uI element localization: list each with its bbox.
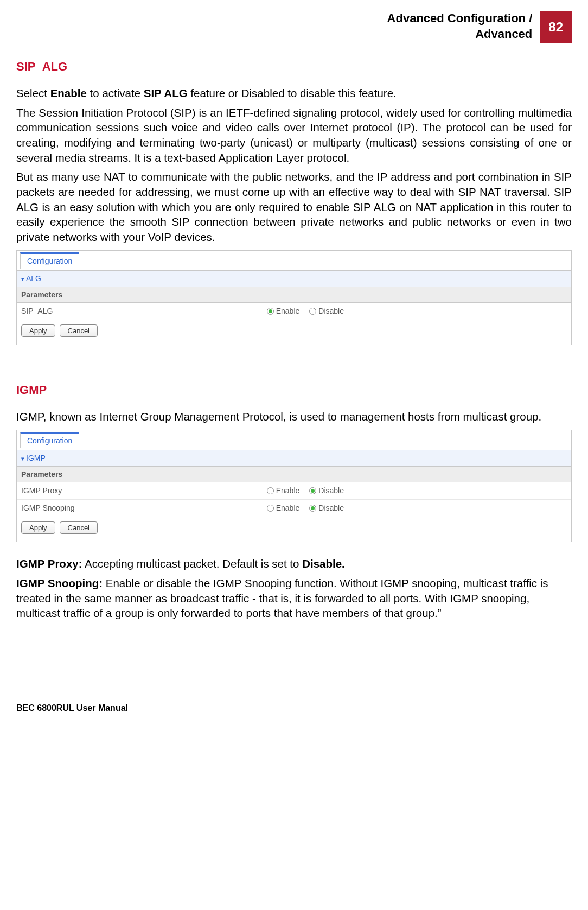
breadcrumb-line1: Advanced Configuration / bbox=[387, 11, 533, 25]
text: feature or Disabled to disable this feat… bbox=[188, 87, 397, 99]
apply-button[interactable]: Apply bbox=[21, 324, 55, 337]
text-bold: Enable bbox=[50, 87, 87, 99]
radio-label: Enable bbox=[276, 306, 300, 316]
param-label: SIP_ALG bbox=[21, 306, 267, 316]
param-options: Enable Disable bbox=[267, 306, 344, 316]
sip-alg-config-panel: Configuration ALG Parameters SIP_ALG Ena… bbox=[16, 250, 572, 346]
radio-icon bbox=[267, 487, 274, 494]
panel-section-igmp[interactable]: IGMP bbox=[17, 450, 571, 467]
parameters-header: Parameters bbox=[17, 467, 571, 483]
param-options: Enable Disable bbox=[267, 503, 344, 513]
text-bold: Disable. bbox=[302, 557, 345, 570]
radio-enable[interactable]: Enable bbox=[267, 486, 300, 496]
tab-row: Configuration bbox=[17, 430, 571, 450]
igmp-para1: IGMP, known as Internet Group Management… bbox=[16, 409, 572, 424]
breadcrumb-line2: Advanced bbox=[475, 27, 532, 41]
footer-manual-title: BEC 6800RUL User Manual bbox=[16, 702, 572, 714]
param-row-igmp-snooping: IGMP Snooping Enable Disable bbox=[17, 500, 571, 517]
param-label: IGMP Proxy bbox=[21, 486, 267, 496]
button-row: Apply Cancel bbox=[17, 517, 571, 542]
tab-configuration[interactable]: Configuration bbox=[20, 252, 79, 269]
tab-row: Configuration bbox=[17, 251, 571, 271]
sip-alg-heading: SIP_ALG bbox=[16, 59, 572, 75]
radio-label: Enable bbox=[276, 486, 300, 496]
text: Accepting multicast packet. Default is s… bbox=[82, 557, 303, 570]
igmp-snooping-desc: IGMP Snooping: Enable or disable the IGM… bbox=[16, 576, 572, 621]
sip-alg-para2: But as many use NAT to communicate with … bbox=[16, 169, 572, 244]
radio-icon bbox=[267, 308, 274, 315]
igmp-snooping-label: IGMP Snooping: bbox=[16, 577, 103, 589]
radio-disable[interactable]: Disable bbox=[309, 503, 344, 513]
radio-enable[interactable]: Enable bbox=[267, 503, 300, 513]
breadcrumb: Advanced Configuration / Advanced bbox=[387, 11, 533, 42]
igmp-config-panel: Configuration IGMP Parameters IGMP Proxy… bbox=[16, 430, 572, 542]
radio-enable[interactable]: Enable bbox=[267, 306, 300, 316]
panel-section-alg[interactable]: ALG bbox=[17, 271, 571, 287]
page-number-badge: 82 bbox=[540, 11, 572, 43]
radio-disable[interactable]: Disable bbox=[309, 486, 344, 496]
parameters-header: Parameters bbox=[17, 287, 571, 303]
page-number: 82 bbox=[548, 20, 563, 34]
igmp-proxy-desc: IGMP Proxy: Accepting multicast packet. … bbox=[16, 556, 572, 571]
radio-icon bbox=[309, 505, 316, 512]
page-header: Advanced Configuration / Advanced 82 bbox=[16, 11, 572, 43]
param-row-igmp-proxy: IGMP Proxy Enable Disable bbox=[17, 482, 571, 500]
radio-label: Disable bbox=[318, 306, 344, 316]
tab-configuration[interactable]: Configuration bbox=[20, 432, 79, 448]
radio-icon bbox=[309, 308, 316, 315]
sip-alg-intro: Select Enable to activate SIP ALG featur… bbox=[16, 86, 572, 101]
cancel-button[interactable]: Cancel bbox=[60, 324, 98, 337]
radio-icon bbox=[267, 505, 274, 512]
button-row: Apply Cancel bbox=[17, 320, 571, 345]
apply-button[interactable]: Apply bbox=[21, 521, 55, 534]
radio-icon bbox=[309, 487, 316, 494]
param-options: Enable Disable bbox=[267, 486, 344, 496]
igmp-heading: IGMP bbox=[16, 382, 572, 398]
sip-alg-para1: The Session Initiation Protocol (SIP) is… bbox=[16, 105, 572, 166]
radio-label: Disable bbox=[318, 486, 344, 496]
radio-label: Enable bbox=[276, 503, 300, 513]
text: to activate bbox=[87, 87, 144, 99]
igmp-proxy-label: IGMP Proxy: bbox=[16, 557, 82, 570]
param-label: IGMP Snooping bbox=[21, 503, 267, 513]
param-row-sip-alg: SIP_ALG Enable Disable bbox=[17, 303, 571, 320]
radio-disable[interactable]: Disable bbox=[309, 306, 344, 316]
text: Select bbox=[16, 87, 50, 99]
cancel-button[interactable]: Cancel bbox=[60, 521, 98, 534]
radio-label: Disable bbox=[318, 503, 344, 513]
text-bold: SIP ALG bbox=[144, 87, 188, 99]
